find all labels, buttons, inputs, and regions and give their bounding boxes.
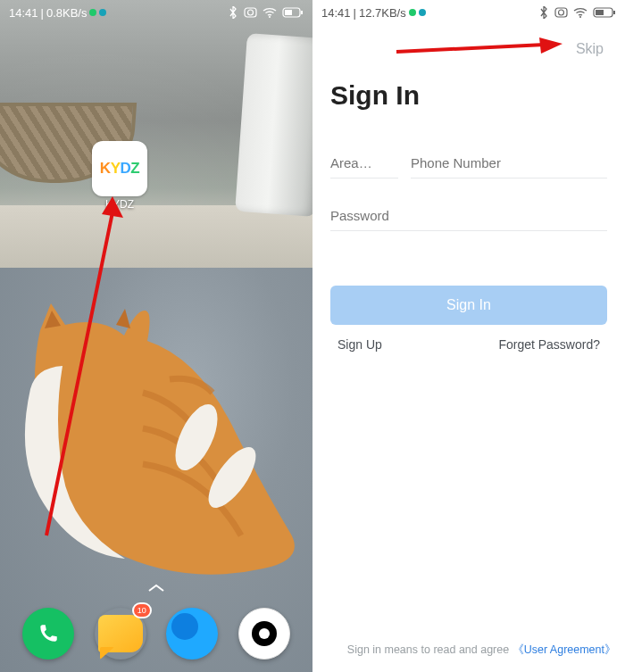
svg-marker-17	[539, 37, 562, 54]
status-dot-teal-icon	[419, 9, 426, 16]
status-dot-green-icon	[409, 9, 416, 16]
dock-camera-icon[interactable]	[238, 608, 290, 660]
status-bar: 14:41 | 0.8KB/s	[0, 0, 312, 25]
forget-password-link[interactable]: Forget Password?	[498, 337, 600, 352]
battery-icon	[593, 7, 616, 18]
svg-rect-5	[285, 10, 292, 15]
wifi-icon	[262, 7, 277, 18]
status-dot-green-icon	[89, 9, 96, 16]
svg-point-11	[559, 10, 564, 15]
status-speed: 0.8KB/s	[46, 6, 88, 20]
password-field[interactable]	[330, 201, 607, 231]
status-time: 14:41	[9, 6, 38, 20]
wallpaper-chair	[235, 33, 312, 217]
status-speed: 12.7KB/s	[359, 6, 406, 20]
status-dot-teal-icon	[99, 9, 106, 16]
kydz-app-icon[interactable]: KYDZ	[92, 141, 147, 196]
dock-messages-icon[interactable]: 10	[95, 608, 146, 660]
home-screen: 14:41 | 0.8KB/s	[0, 0, 312, 672]
svg-point-2	[269, 16, 271, 18]
user-agreement-link[interactable]: 《User Agreement》	[512, 643, 616, 656]
svg-rect-14	[613, 11, 615, 14]
svg-rect-15	[596, 10, 604, 15]
messages-badge: 10	[132, 602, 152, 618]
signin-screen: 14:41 | 12.7KB/s Sk	[312, 0, 625, 672]
bluetooth-icon	[538, 6, 549, 19]
alarm-icon	[554, 7, 568, 18]
phone-number-field[interactable]	[411, 148, 607, 178]
home-pager-icon[interactable]	[0, 583, 312, 593]
dock-phone-icon[interactable]	[22, 608, 74, 660]
sign-in-button[interactable]: Sign In	[330, 286, 607, 325]
dock: 10	[0, 608, 312, 660]
wallpaper-cat	[9, 295, 312, 580]
status-time: 14:41	[321, 6, 351, 20]
agreement-text: Sign in means to read and agree 《User Ag…	[312, 643, 616, 658]
area-code-field[interactable]	[330, 148, 398, 178]
svg-point-1	[248, 10, 254, 15]
svg-line-16	[396, 45, 545, 52]
annotation-arrow-icon	[395, 36, 564, 59]
kydz-app-label: KYDZ	[92, 198, 147, 211]
sign-up-link[interactable]: Sign Up	[338, 337, 382, 352]
dock-browser-icon[interactable]	[166, 608, 218, 660]
skip-button[interactable]: Skip	[576, 41, 604, 57]
battery-icon	[282, 7, 304, 18]
wifi-icon	[573, 7, 588, 18]
alarm-icon	[244, 7, 257, 18]
status-bar: 14:41 | 12.7KB/s	[312, 0, 625, 25]
bluetooth-icon	[228, 6, 238, 19]
svg-point-12	[579, 16, 581, 18]
page-title: Sign In	[330, 80, 420, 111]
svg-rect-4	[301, 11, 303, 14]
